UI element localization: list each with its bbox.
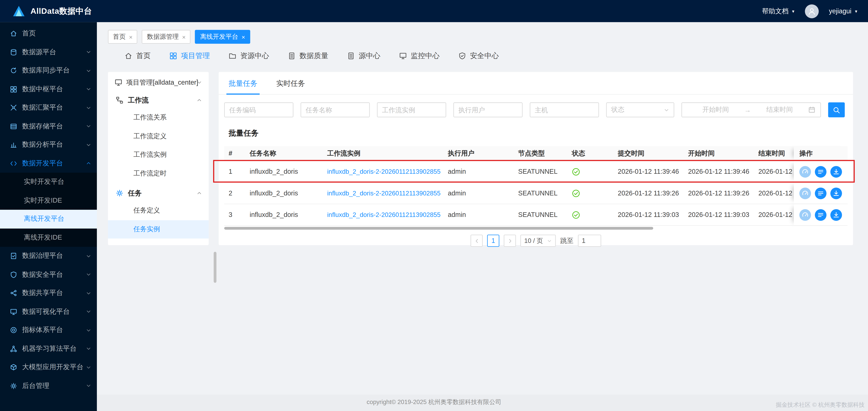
chevron-down-icon: [547, 238, 552, 243]
sidebar-item-db-sync[interactable]: 数据库同步平台: [0, 61, 97, 80]
sidebar-item-label: 数据分析平台: [22, 140, 63, 150]
log-action-button[interactable]: [815, 209, 827, 221]
end-time: 2026-01-12 11: [754, 168, 794, 176]
tree-item-task-definition[interactable]: 任务定义: [108, 201, 209, 220]
project-selector[interactable]: 项目管理[alldata_center]: [108, 75, 209, 90]
date-range-picker[interactable]: 开始时间 → 结束时间: [681, 102, 821, 117]
gauge-action-button[interactable]: [799, 187, 811, 199]
page-size-select[interactable]: 10 / 页: [520, 234, 556, 247]
chevron-up-icon: [196, 190, 202, 196]
sidebar-subitem-realtime-dev[interactable]: 实时开发平台: [0, 172, 97, 191]
host-input[interactable]: [530, 102, 599, 117]
download-action-button[interactable]: [830, 209, 842, 221]
chevron-down-icon: [86, 142, 91, 148]
nav-security-center[interactable]: 安全中心: [458, 51, 499, 61]
tree-item-workflow-definition[interactable]: 工作流定义: [108, 127, 209, 146]
help-docs-menu[interactable]: 帮助文档 ▼: [762, 6, 795, 16]
nav-home[interactable]: 首页: [125, 51, 151, 61]
executor-input[interactable]: [454, 102, 523, 117]
nav-project-management[interactable]: 项目管理: [169, 51, 210, 61]
sidebar-item-admin[interactable]: 后台管理: [0, 377, 97, 395]
tab-tag-datasource-mgmt[interactable]: 数据源管理×: [142, 30, 191, 43]
workflow-instance-link[interactable]: influxdb_2_doris-2-20260112113902855: [327, 168, 441, 175]
gauge-action-button[interactable]: [799, 209, 811, 221]
workflow-instance-link[interactable]: influxdb_2_doris-2-20260112113902855: [327, 190, 441, 196]
tree-item-workflow-instance[interactable]: 工作流实例: [108, 146, 209, 164]
close-icon[interactable]: ×: [182, 33, 186, 40]
col-start-time: 开始时间: [684, 149, 754, 158]
col-submit-time: 提交时间: [613, 149, 684, 158]
project-icon: [169, 52, 177, 60]
tree-item-workflow-relation[interactable]: 工作流关系: [108, 108, 209, 127]
horizontal-scrollbar[interactable]: [224, 227, 653, 229]
row-index: 2: [224, 189, 245, 197]
end-time: 2026-01-12 11: [754, 211, 794, 219]
sidebar-item-home[interactable]: 首页: [0, 24, 97, 43]
sidebar-item-indicator-system[interactable]: 指标体系平台: [0, 321, 97, 340]
sidebar-item-datasource[interactable]: 数据源平台: [0, 43, 97, 61]
nav-data-quality[interactable]: 数据质量: [288, 51, 329, 61]
sidebar-subitem-offline-ide[interactable]: 离线开发IDE: [0, 228, 97, 247]
sidebar-item-data-storage[interactable]: 数据存储平台: [0, 117, 97, 135]
chevron-down-icon: [86, 309, 91, 315]
data-security-icon: [10, 271, 17, 278]
jump-to-input[interactable]: [578, 234, 601, 247]
brand[interactable]: AllData数据中台: [0, 4, 92, 18]
download-action-button[interactable]: [830, 166, 842, 178]
sidebar-item-data-dev[interactable]: 数据开发平台: [0, 154, 97, 173]
page-number-1[interactable]: 1: [487, 234, 499, 247]
tab-batch-tasks[interactable]: 批量任务: [226, 78, 259, 95]
tree-item-task-instance[interactable]: 任务实例: [108, 220, 209, 239]
workflow-instance-input[interactable]: [377, 102, 446, 117]
submit-time: 2026-01-12 11:39:46: [613, 168, 684, 176]
task-name-input[interactable]: [301, 102, 370, 117]
workflow-instance-link[interactable]: influxdb_2_doris-2-20260112113902855: [327, 211, 441, 218]
tab-realtime-tasks[interactable]: 实时任务: [274, 78, 307, 94]
row-actions: [794, 161, 847, 182]
tab-tag-home[interactable]: 首页×: [108, 30, 137, 43]
nav-resource-center[interactable]: 资源中心: [228, 51, 269, 61]
sidebar-item-data-hub[interactable]: 数据中枢平台: [0, 80, 97, 99]
sidebar-subitem-offline-dev[interactable]: 离线开发平台: [0, 210, 97, 228]
search-button[interactable]: [828, 102, 845, 117]
nav-source-center[interactable]: 源中心: [347, 51, 380, 61]
pagination: 1 10 / 页 跳至: [219, 234, 853, 247]
tree-group-workflow[interactable]: 工作流: [108, 92, 209, 108]
sidebar-item-label: 数据汇聚平台: [22, 103, 63, 113]
executor: admin: [443, 168, 514, 176]
tree-item-workflow-schedule[interactable]: 工作流定时: [108, 164, 209, 183]
col-executor: 执行用户: [443, 149, 514, 158]
sidebar-item-data-visualization[interactable]: 数据可视化平台: [0, 302, 97, 321]
sidebar-item-data-share[interactable]: 数据共享平台: [0, 284, 97, 303]
sidebar-item-data-security[interactable]: 数据安全平台: [0, 265, 97, 284]
prev-page-button[interactable]: [471, 234, 483, 247]
start-time-placeholder: 开始时间: [687, 105, 744, 115]
user-menu[interactable]: yejiagui ▼: [829, 7, 858, 15]
status-success-icon: [572, 211, 613, 219]
sidebar-item-label: 数据共享平台: [22, 288, 63, 298]
next-page-button[interactable]: [504, 234, 516, 247]
log-action-button[interactable]: [815, 187, 827, 199]
section-title: 批量任务: [228, 128, 853, 138]
log-action-button[interactable]: [815, 166, 827, 178]
chevron-down-icon: [86, 253, 91, 259]
status-select[interactable]: 状态: [606, 102, 674, 117]
sidebar-item-data-governance[interactable]: 数据治理平台: [0, 247, 97, 265]
sidebar-item-data-aggregation[interactable]: 数据汇聚平台: [0, 99, 97, 117]
tree-group-task[interactable]: 任务: [108, 185, 209, 201]
sidebar-item-label: 数据源平台: [22, 48, 56, 57]
gauge-action-button[interactable]: [799, 166, 811, 178]
download-action-button[interactable]: [830, 187, 842, 199]
vertical-scrollbar[interactable]: [214, 252, 216, 283]
filter-bar: 状态 开始时间 → 结束时间: [224, 102, 847, 117]
nav-monitor-center[interactable]: 监控中心: [399, 51, 440, 61]
close-icon[interactable]: ×: [242, 33, 245, 40]
sidebar-subitem-realtime-ide[interactable]: 实时开发IDE: [0, 191, 97, 210]
sidebar-item-data-analysis[interactable]: 数据分析平台: [0, 135, 97, 154]
task-code-input[interactable]: [224, 102, 293, 117]
sidebar-item-llm-platform[interactable]: 大模型应用开发平台: [0, 358, 97, 377]
tab-tag-offline-dev[interactable]: 离线开发平台×: [195, 30, 250, 43]
sidebar-item-ml-platform[interactable]: 机器学习算法平台: [0, 340, 97, 358]
avatar[interactable]: [805, 4, 819, 18]
close-icon[interactable]: ×: [129, 33, 132, 40]
